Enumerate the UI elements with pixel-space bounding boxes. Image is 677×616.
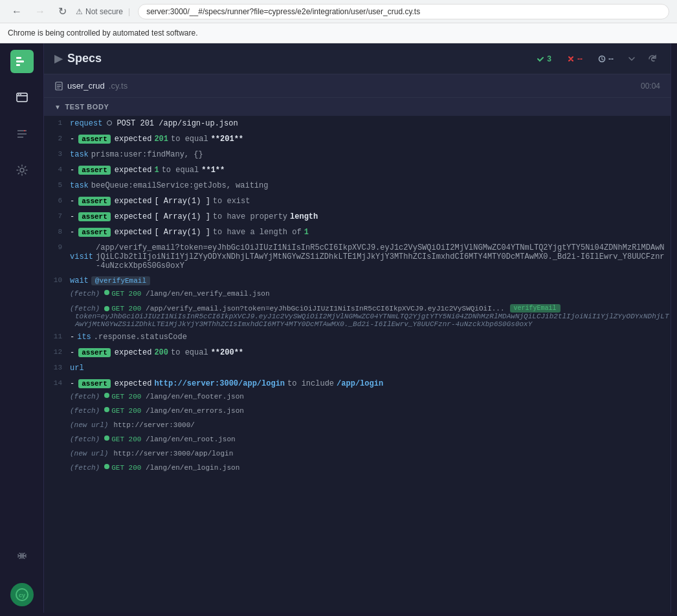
fetch-row: (fetch) GET 200 /lang/en/en_footer.json — [44, 391, 671, 406]
new-url-value: http://server:3000/ — [113, 421, 194, 429]
kw-to: to equal — [171, 135, 208, 144]
expected-kw: expected — [115, 212, 152, 221]
back-button[interactable]: ← — [8, 5, 26, 19]
line-content: - assert expected [ Array(1) ] to have p… — [70, 210, 671, 223]
expected-kw: expected — [115, 348, 152, 357]
checkmark-icon — [537, 55, 544, 63]
sidebar-item-browser[interactable] — [10, 86, 34, 109]
table-row: 14 - assert expected http://server:3000/… — [44, 376, 671, 391]
cy-icon: cy — [15, 588, 29, 602]
table-row: 9 visit /app/verify_email?token=eyJhbGci… — [44, 240, 671, 273]
assert-badge: assert — [78, 212, 111, 221]
fetch-url: /lang/en/en_verify_email.json — [146, 290, 269, 298]
line-number: 13 — [44, 362, 70, 371]
line-content: request POST 201 /app/sign-up.json — [70, 117, 671, 129]
pending-badge: -- — [593, 52, 619, 65]
dash: - — [70, 135, 74, 144]
svg-rect-2 — [16, 64, 20, 66]
length-val: 1 — [304, 228, 309, 237]
file-icon — [54, 82, 63, 91]
fetch-kw: (fetch) — [70, 407, 100, 415]
line-number: 14 — [44, 377, 70, 387]
expand-button[interactable] — [624, 51, 639, 67]
bold-val: **1** — [201, 166, 225, 175]
table-row: 6 - assert expected [ Array(1) ] to exis… — [44, 193, 671, 209]
fetch-kw: (fetch) — [70, 435, 100, 443]
url-bar[interactable]: server:3000/__#/specs/runner?file=cypres… — [138, 4, 669, 19]
url-value: http://server:3000/app/login — [154, 379, 285, 388]
security-text: Not secure — [85, 7, 123, 16]
array-val: [ Array(1) ] — [154, 197, 210, 206]
assert-badge: assert — [78, 197, 111, 206]
list-icon — [16, 127, 28, 140]
status-dot — [104, 290, 109, 295]
keyword-url: url — [70, 364, 84, 373]
section-header[interactable]: ▼ TEST BODY — [44, 98, 671, 116]
file-basename: user_crud — [67, 81, 105, 91]
keyword-request: request — [70, 119, 102, 128]
refresh-button[interactable]: ↻ — [54, 4, 71, 19]
assert-badge: assert — [78, 228, 111, 237]
bold-val: **200** — [211, 348, 243, 357]
fetch-row: (fetch) GET 200 /lang/en/en_errors.json — [44, 406, 671, 420]
chevron-down-icon — [627, 54, 637, 64]
fetch-kw: (fetch) — [70, 290, 100, 298]
fetch-row: (fetch) GET 200 /lang/en/en_login.json — [44, 463, 671, 477]
fetch-kw: (fetch) — [70, 464, 100, 472]
svg-rect-0 — [16, 57, 21, 59]
forward-button[interactable]: → — [31, 5, 49, 19]
warning-icon: ⚠ — [76, 7, 83, 16]
dash: - — [70, 333, 74, 342]
panel-header: ▶ Specs 3 -- -- — [44, 43, 671, 74]
val-201: 201 — [154, 135, 168, 144]
array-val: [ Array(1) ] — [154, 212, 210, 221]
fetch-row: (fetch) GET 200 /lang/en/en_verify_email… — [44, 289, 671, 303]
new-url-kw: (new url) — [70, 421, 108, 429]
refresh-tests-button[interactable] — [645, 51, 660, 67]
assert-badge: assert — [78, 135, 111, 144]
keyword-wait: wait — [70, 276, 89, 285]
line-content: - assert expected 200 to equal **200** — [70, 346, 671, 358]
line-content: - its .response.statusCode — [70, 331, 671, 343]
line-content: - assert expected 1 to equal **1** — [70, 164, 671, 176]
keyword-visit: visit — [70, 252, 93, 261]
length-kw: length — [290, 212, 318, 221]
sidebar-item-cmd[interactable] — [10, 544, 34, 567]
sidebar-logo[interactable] — [10, 50, 34, 73]
dash: - — [70, 379, 74, 388]
status-dot — [104, 407, 109, 412]
sidebar: cy — [0, 43, 44, 613]
chevron-icon: ▼ — [54, 104, 61, 111]
line-number: 5 — [44, 179, 70, 189]
new-url-kw: (new url) — [70, 450, 108, 457]
fetch-url: /lang/en/en_footer.json — [146, 393, 244, 401]
table-row: 5 task beeQueue:emailService:getJobs, wa… — [44, 178, 671, 193]
new-url-row: (new url) http://server:3000/ — [44, 420, 671, 434]
kw-to: to have property — [213, 212, 287, 221]
cypress-panel: ▶ Specs 3 -- -- — [44, 43, 671, 613]
line-number: 3 — [44, 148, 70, 158]
line-number: 6 — [44, 195, 70, 204]
line-content: - assert expected 201 to equal **201** — [70, 133, 671, 145]
header-left: ▶ Specs — [54, 52, 102, 65]
status-dot — [104, 435, 109, 441]
file-extension: .cy.ts — [109, 81, 128, 91]
table-row: 2 - assert expected 201 to equal **201** — [44, 131, 671, 147]
line-content: task prisma:user:findMany, {} — [70, 148, 671, 160]
line-number: 2 — [44, 133, 70, 142]
table-row: 11 - its .response.statusCode — [44, 329, 671, 345]
sidebar-item-settings[interactable] — [10, 159, 34, 182]
test-content[interactable]: ▼ TEST BODY 1 request POST 201 /app/sign… — [44, 98, 671, 613]
line-content: task beeQueue:emailService:getJobs, wait… — [70, 179, 671, 192]
assert-badge: assert — [78, 166, 111, 175]
line-content: visit /app/verify_email?token=eyJhbGciOi… — [70, 241, 671, 272]
table-row: 4 - assert expected 1 to equal **1** — [44, 162, 671, 178]
cypress-logo[interactable]: cy — [10, 583, 34, 606]
fetch-url: /lang/en/en_errors.json — [146, 407, 244, 415]
table-row: 12 - assert expected 200 to equal **200*… — [44, 345, 671, 360]
sidebar-item-list[interactable] — [10, 122, 34, 146]
line-content: - assert expected http://server:3000/app… — [70, 377, 671, 390]
val-200: 200 — [154, 348, 168, 357]
line-content: url — [70, 362, 671, 374]
fetch-method: GET 200 — [111, 305, 141, 313]
